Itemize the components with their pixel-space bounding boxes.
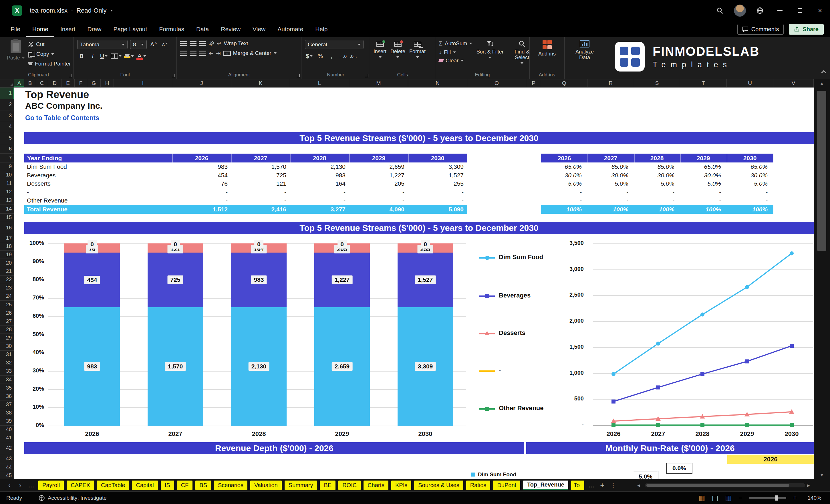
pct-cell[interactable]: 30.0% — [541, 171, 582, 180]
pct-cell[interactable]: 5.0% — [587, 179, 628, 188]
value-cell[interactable]: 164 — [290, 179, 346, 188]
pct-year-header-2030[interactable]: 2030 — [743, 154, 757, 162]
pct-cell[interactable]: - — [541, 196, 582, 205]
copy-button[interactable]: Copy — [28, 51, 71, 58]
value-cell[interactable]: 205 — [349, 179, 405, 188]
row-header-23[interactable]: 23 — [0, 284, 14, 292]
column-header-S[interactable]: S — [634, 79, 680, 87]
sheet-tab-scenarios[interactable]: Scenarios — [214, 480, 247, 490]
pct-cell[interactable]: 65.0% — [727, 162, 768, 171]
tabs-more-left-button[interactable]: … — [28, 482, 35, 489]
row-header-26[interactable]: 26 — [0, 309, 14, 317]
sheet-tab-summary[interactable]: Summary — [285, 480, 317, 490]
number-dialog-launcher[interactable] — [365, 74, 369, 77]
fill-button[interactable]: ↓Fill — [439, 49, 472, 56]
clipboard-dialog-launcher[interactable] — [69, 74, 72, 77]
currency-format-button[interactable]: $ — [305, 52, 314, 60]
row-header-40[interactable]: 40 — [0, 426, 14, 434]
row-header-17[interactable]: 17 — [0, 234, 14, 242]
pct-cell[interactable]: - — [587, 196, 628, 205]
align-center-button[interactable] — [190, 51, 196, 56]
menu-tab-automate[interactable]: Automate — [272, 21, 309, 37]
row-header-9[interactable]: 9 — [0, 162, 14, 171]
sheet-tab-kpis[interactable]: KPIs — [391, 480, 411, 490]
pct-cell[interactable]: - — [727, 188, 768, 196]
row-header-22[interactable]: 22 — [0, 276, 14, 284]
cut-button[interactable]: Cut — [28, 41, 71, 48]
normal-view-button[interactable]: ▦ — [698, 494, 705, 502]
partial-pct-cell-1[interactable]: 0.0% — [666, 463, 693, 474]
menu-tab-help[interactable]: Help — [309, 21, 333, 37]
value-cell[interactable]: 725 — [231, 171, 286, 180]
row-header-13[interactable]: 13 — [0, 196, 14, 205]
pct-year-header-2029[interactable]: 2029 — [697, 154, 710, 162]
scroll-up-arrow[interactable]: ▲ — [814, 81, 830, 86]
menu-tab-data[interactable]: Data — [190, 21, 215, 37]
pct-cell[interactable]: - — [634, 188, 674, 196]
number-format-select[interactable]: General — [305, 40, 363, 49]
delete-cells-button[interactable]: Delete — [390, 42, 405, 58]
add-sheet-button[interactable]: + — [599, 481, 606, 490]
zoom-in-button[interactable]: + — [793, 494, 797, 502]
font-size-select[interactable]: 8 — [130, 40, 147, 49]
sheet-tab-be[interactable]: BE — [320, 480, 336, 490]
sheet-tab-cf[interactable]: CF — [177, 480, 193, 490]
align-left-button[interactable] — [180, 51, 187, 56]
row-header-24[interactable]: 24 — [0, 292, 14, 301]
zoom-slider[interactable] — [749, 497, 786, 499]
column-header-A[interactable]: A — [14, 79, 24, 87]
row-header-12[interactable]: 12 — [0, 188, 14, 196]
orientation-button[interactable]: ab — [208, 39, 216, 48]
column-header-O[interactable]: O — [467, 79, 526, 87]
sort-filter-button[interactable]: Sort & Filter — [476, 40, 504, 58]
align-top-button[interactable] — [180, 41, 187, 46]
zoom-out-button[interactable]: − — [738, 494, 742, 502]
column-header-K[interactable]: K — [231, 79, 290, 87]
pct-cell[interactable]: - — [680, 196, 721, 205]
pct-cell[interactable]: - — [634, 196, 674, 205]
year-header-2029[interactable]: 2029 — [372, 154, 386, 162]
pct-year-header-2028[interactable]: 2028 — [650, 154, 664, 162]
column-header-V[interactable]: V — [773, 79, 814, 87]
column-header-L[interactable]: L — [290, 79, 349, 87]
row-header-7[interactable]: 7 — [0, 154, 14, 162]
increase-indent-button[interactable]: ⇥ — [216, 50, 221, 57]
row-header-30[interactable]: 30 — [0, 342, 14, 351]
value-cell[interactable]: 121 — [231, 179, 286, 188]
row-header-33[interactable]: 33 — [0, 367, 14, 376]
row-header-45[interactable]: 45 — [0, 472, 14, 479]
analyze-data-button[interactable]: Analyze Data — [569, 40, 600, 61]
column-header-P[interactable]: P — [526, 79, 541, 87]
comments-button[interactable]: Comments — [737, 24, 784, 35]
pct-cell[interactable]: 65.0% — [680, 162, 721, 171]
zoom-level[interactable]: 140% — [804, 495, 822, 501]
sheet-tab-roic[interactable]: ROIC — [338, 480, 361, 490]
align-right-button[interactable] — [199, 51, 206, 56]
increase-decimal-button[interactable]: ←.0 — [338, 52, 347, 60]
avatar[interactable] — [730, 0, 750, 21]
underline-button[interactable]: U — [99, 52, 108, 60]
pct-cell[interactable]: - — [541, 188, 582, 196]
pct-cell[interactable]: 5.0% — [634, 179, 674, 188]
row-label[interactable]: Desserts — [27, 179, 51, 188]
row-label[interactable]: - — [27, 188, 29, 196]
column-header-T[interactable]: T — [680, 79, 727, 87]
wrap-text-button[interactable]: ↵Wrap Text — [217, 40, 248, 47]
format-cells-button[interactable]: Format — [409, 42, 425, 58]
menu-tab-insert[interactable]: Insert — [54, 21, 82, 37]
pct-cell[interactable]: - — [727, 196, 768, 205]
row-header-31[interactable]: 31 — [0, 351, 14, 359]
addins-button[interactable]: Add-ins — [538, 40, 556, 57]
menu-tab-draw[interactable]: Draw — [81, 21, 107, 37]
toc-link[interactable]: Go to Table of Contents — [25, 114, 99, 122]
sheet-tab-top-revenue[interactable]: Top_Revenue — [523, 480, 568, 490]
year-header-2028[interactable]: 2028 — [313, 154, 326, 162]
row-header-3[interactable]: 3 — [0, 111, 14, 121]
column-header-M[interactable]: M — [349, 79, 408, 87]
value-cell[interactable]: - — [290, 196, 346, 205]
pct-cell[interactable]: 30.0% — [634, 171, 674, 180]
value-cell[interactable]: 1,527 — [408, 171, 464, 180]
year-header-2026[interactable]: 2026 — [195, 154, 209, 162]
column-header-U[interactable]: U — [727, 79, 773, 87]
sheet-tab-bs[interactable]: BS — [195, 480, 211, 490]
